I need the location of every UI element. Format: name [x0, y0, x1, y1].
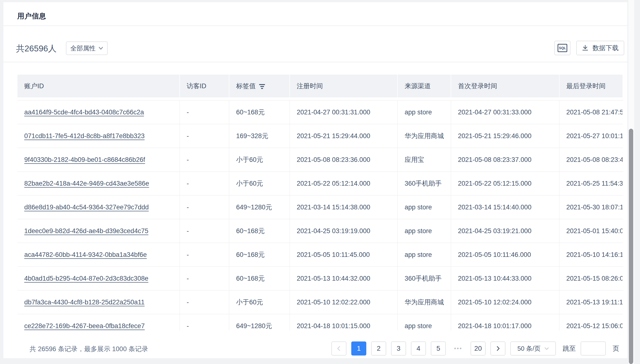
cell-last-login-time: 2021-05-13 19:11:15.0 [560, 290, 622, 314]
cell-value: app store [404, 227, 432, 235]
cell-last-login-time: 2021-05-15 08:26:02.0 [560, 267, 622, 290]
cell-value: - [187, 204, 189, 211]
next-page-button[interactable] [490, 342, 506, 356]
prev-page-button[interactable] [332, 342, 346, 356]
cell-value: 2021-05-08 21:47:51.0 [566, 108, 622, 116]
table-row: 82bae2b2-418a-442e-9469-cd43ae3e586e-小于6… [18, 172, 623, 196]
cell-tag-value: 小于60元 [229, 172, 290, 195]
scrollbar-thumb[interactable] [629, 129, 633, 364]
cell-value: 2021-05-13 10:44:32.000 [297, 275, 370, 282]
cell-visitor-id: - [180, 124, 229, 148]
page-button-3[interactable]: 3 [391, 342, 406, 356]
account-id-link[interactable]: 1deec0e9-b82d-426d-ae4b-d39e3ced4c75 [24, 227, 148, 235]
data-download-button[interactable]: 数据下载 [576, 41, 624, 55]
attribute-select[interactable]: 全部属性 [66, 42, 108, 55]
cell-value: 2021-05-27 10:01:17.0 [566, 132, 622, 140]
cell-value: app store [404, 322, 432, 330]
cell-register-time: 2021-03-14 15:14:38.000 [290, 196, 398, 219]
page-button-2[interactable]: 2 [371, 342, 386, 356]
cell-last-login-time: 2021-05-30 18:07:13.0 [560, 196, 622, 219]
cell-value: 2021-04-18 10:01:17.000 [458, 322, 532, 330]
cell-source-channel: app store [398, 314, 451, 330]
cell-value: 2021-05-01 15:40:01.0 [566, 227, 622, 235]
account-id-link[interactable]: aca44782-60bb-4114-9342-0bba1a34bf6e [24, 251, 147, 258]
cell-source-channel: 华为应用商城 [398, 124, 451, 148]
cell-register-time: 2021-05-08 08:23:36.000 [290, 148, 398, 171]
column-header: 账户ID [18, 75, 180, 98]
cell-first-login-time: 2021-03-14 15:14:40.000 [451, 196, 560, 219]
cell-visitor-id: - [180, 267, 229, 290]
account-id-link[interactable]: 82bae2b2-418a-442e-9469-cd43ae3e586e [24, 180, 149, 187]
cell-value: - [187, 275, 189, 282]
pagination-ellipsis[interactable]: ••• [451, 342, 466, 356]
cell-source-channel: app store [398, 243, 451, 266]
chevron-left-icon [336, 346, 341, 351]
download-icon [582, 44, 588, 52]
page-size-label: 50 条/页 [517, 344, 540, 353]
cell-source-channel: 360手机助手 [398, 172, 451, 195]
cell-value: - [187, 251, 189, 258]
page-button-20[interactable]: 20 [470, 342, 486, 356]
account-id-link[interactable]: 9f40330b-2182-4b09-be01-c8684c86b26f [24, 156, 145, 164]
cell-value: 华为应用商城 [404, 132, 444, 140]
cell-value: - [187, 108, 189, 116]
jump-to-label: 跳至 [563, 344, 576, 353]
column-header: 最后登录时间 [560, 75, 622, 98]
cell-tag-value: 60~168元 [229, 219, 290, 242]
account-id-link[interactable]: d86e8d19-ab40-4c54-9364-327ee79c7ddd [24, 204, 148, 211]
jump-page-input[interactable] [580, 342, 606, 356]
page-button-5[interactable]: 5 [431, 342, 446, 356]
cell-last-login-time: 2021-05-08 08:23:41.0 [560, 148, 622, 171]
cell-value: 169~328元 [236, 132, 268, 140]
cell-value: 2021-05-13 10:44:33.000 [458, 275, 532, 282]
cell-tag-value: 60~168元 [229, 100, 290, 124]
table-row: 1deec0e9-b82d-426d-ae4b-d39e3ced4c75-60~… [18, 219, 623, 243]
cell-tag-value: 小于60元 [229, 148, 290, 171]
cell-value: 2021-05-10 12:02:22.000 [297, 298, 370, 306]
cell-tag-value: 169~328元 [229, 124, 290, 148]
section-divider [4, 62, 628, 62]
user-table: 账户ID访客ID标签值注册时间来源渠道首次登录时间最后登录时间 aa4164f9… [18, 75, 623, 330]
column-header-label: 来源渠道 [404, 82, 431, 90]
cell-value: 60~168元 [236, 250, 265, 259]
title-divider [4, 26, 628, 26]
cell-visitor-id: - [180, 243, 229, 266]
page-button-1[interactable]: 1 [351, 342, 366, 356]
account-id-link[interactable]: aa4164f9-5cde-4fc4-bd43-0408c7c66c2a [24, 108, 144, 116]
column-header-label: 首次登录时间 [458, 82, 497, 90]
cell-visitor-id: - [180, 100, 229, 124]
cell-first-login-time: 2021-05-05 10:11:46.000 [451, 243, 560, 266]
cell-value: 华为应用商城 [404, 298, 444, 306]
cell-last-login-time: 2021-05-25 11:54:35.0 [560, 172, 622, 195]
sql-query-button[interactable]: SQL [554, 41, 570, 55]
column-header-label: 最后登录时间 [566, 82, 606, 90]
table-row: aca44782-60bb-4114-9342-0bba1a34bf6e-60~… [18, 243, 623, 267]
cell-value: - [187, 132, 189, 140]
cell-account-id: 9f40330b-2182-4b09-be01-c8684c86b26f [18, 148, 180, 171]
cell-value: 2021-04-27 00:31:31.000 [297, 108, 370, 116]
page-size-select[interactable]: 50 条/页 [510, 342, 556, 356]
cell-value: 2021-05-08 08:23:36.000 [297, 156, 370, 164]
cell-first-login-time: 2021-05-21 15:29:46.000 [451, 124, 560, 148]
page-button-4[interactable]: 4 [411, 342, 426, 356]
cell-visitor-id: - [180, 314, 229, 330]
cell-value: 2021-05-15 08:26:02.0 [566, 275, 622, 282]
account-id-link[interactable]: db7fa3ca-4430-4cf8-b128-25d22a250a11 [24, 298, 144, 306]
main-card: 用户信息 共26596人 全部属性 SQL 数据下载 账户ID访客ID标签值注册… [4, 2, 628, 358]
cell-visitor-id: - [180, 172, 229, 195]
cell-value: 小于60元 [236, 155, 263, 164]
cell-value: - [187, 322, 189, 330]
filter-icon[interactable] [259, 84, 265, 89]
cell-value: 2021-05-10 14:16:15.0 [566, 251, 622, 258]
cell-visitor-id: - [180, 219, 229, 242]
account-id-link[interactable]: 071cdb11-7fe5-412d-8c8b-a8f17e8bb323 [24, 132, 144, 140]
table-row: 071cdb11-7fe5-412d-8c8b-a8f17e8bb323-169… [18, 124, 623, 148]
account-id-link[interactable]: 4b0ad1d5-b295-4c04-87e0-2d3c83dc308e [24, 275, 148, 282]
cell-account-id: 82bae2b2-418a-442e-9469-cd43ae3e586e [18, 172, 180, 195]
cell-value: 2021-05-21 15:29:44.000 [297, 132, 370, 140]
cell-value: 60~168元 [236, 274, 265, 283]
cell-first-login-time: 2021-05-10 12:02:24.000 [451, 290, 560, 314]
cell-value: app store [404, 204, 432, 211]
column-header: 首次登录时间 [451, 75, 560, 98]
account-id-link[interactable]: ce228e72-169b-4267-beea-0fba18cfece7 [24, 322, 145, 330]
